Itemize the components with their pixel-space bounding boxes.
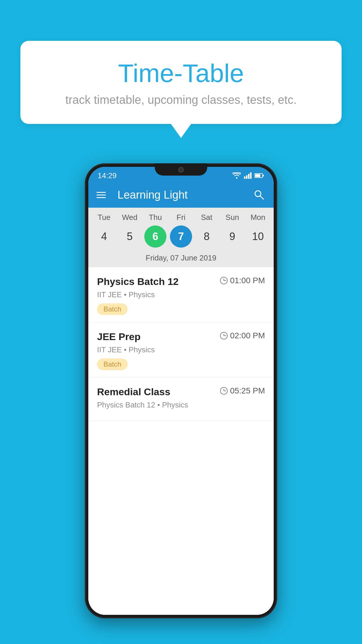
- search-button[interactable]: [253, 188, 266, 201]
- day-label-sat: Sat: [196, 213, 218, 222]
- day-label-wed: Wed: [119, 213, 141, 222]
- wifi-icon: [232, 172, 241, 179]
- selected-date-label: Friday, 07 June 2019: [88, 251, 274, 267]
- clock-icon-2: [220, 332, 228, 340]
- day-numbers: 4 5 6 7 8 9 10: [88, 222, 274, 251]
- svg-rect-3: [248, 174, 249, 179]
- hamburger-line-1: [96, 192, 106, 193]
- day-label-fri: Fri: [170, 213, 192, 222]
- schedule-time-label-2: 02:00 PM: [230, 331, 265, 340]
- schedule-time-2: 02:00 PM: [220, 331, 265, 340]
- svg-rect-2: [246, 175, 247, 179]
- phone-camera: [178, 167, 184, 173]
- day-9[interactable]: 9: [221, 225, 243, 248]
- bubble-title: Time-Table: [44, 58, 318, 88]
- schedule-item-3-header: Remedial Class 05:25 PM: [97, 386, 265, 398]
- svg-line-9: [260, 196, 263, 199]
- schedule-time-label-3: 05:25 PM: [230, 386, 265, 396]
- volume-down-button: [85, 283, 85, 312]
- schedule-list: Physics Batch 12 01:00 PM IIT JEE • Phys…: [88, 267, 274, 615]
- bubble-arrow: [171, 123, 191, 138]
- schedule-time-3: 05:25 PM: [220, 386, 265, 396]
- day-label-tue: Tue: [93, 213, 115, 222]
- clock-icon-3: [220, 387, 228, 395]
- schedule-subtitle-1: IIT JEE • Physics: [97, 290, 265, 299]
- hamburger-line-2: [96, 195, 106, 195]
- status-icons: [232, 172, 264, 179]
- day-8[interactable]: 8: [196, 225, 218, 248]
- battery-icon: [254, 173, 264, 178]
- day-headers: Tue Wed Thu Fri Sat Sun Mon: [88, 213, 274, 222]
- signal-icon: [244, 172, 252, 179]
- schedule-title-2: JEE Prep: [97, 331, 140, 342]
- phone-frame: 14:29: [85, 163, 277, 618]
- schedule-title-3: Remedial Class: [97, 386, 170, 398]
- day-10[interactable]: 10: [247, 225, 269, 248]
- phone-container: 14:29: [85, 163, 277, 618]
- hamburger-menu-button[interactable]: [96, 192, 106, 198]
- svg-rect-1: [244, 176, 245, 179]
- status-time: 14:29: [98, 171, 117, 180]
- power-button: [277, 245, 277, 274]
- app-bar: Learning Light: [88, 182, 274, 208]
- svg-rect-6: [255, 174, 260, 177]
- schedule-subtitle-3: Physics Batch 12 • Physics: [97, 400, 265, 410]
- hamburger-line-3: [96, 197, 106, 198]
- speech-bubble-card: Time-Table track timetable, upcoming cla…: [20, 41, 342, 124]
- schedule-subtitle-2: IIT JEE • Physics: [97, 345, 265, 354]
- clock-icon-1: [220, 277, 228, 284]
- schedule-item-1-header: Physics Batch 12 01:00 PM: [97, 276, 265, 287]
- svg-point-0: [236, 177, 238, 179]
- svg-rect-4: [250, 172, 252, 179]
- schedule-item-2-header: JEE Prep 02:00 PM: [97, 331, 265, 342]
- day-4[interactable]: 4: [93, 225, 115, 248]
- phone-screen: 14:29: [88, 167, 274, 615]
- speech-bubble-section: Time-Table track timetable, upcoming cla…: [20, 41, 342, 138]
- app-title: Learning Light: [117, 189, 246, 201]
- svg-rect-7: [263, 175, 264, 176]
- bubble-subtitle: track timetable, upcoming classes, tests…: [44, 93, 318, 106]
- schedule-time-1: 01:00 PM: [220, 276, 265, 285]
- schedule-item-2[interactable]: JEE Prep 02:00 PM IIT JEE • Physics Batc…: [88, 322, 274, 377]
- search-icon: [253, 189, 265, 201]
- calendar-strip: Tue Wed Thu Fri Sat Sun Mon 4 5 6 7 8: [88, 208, 274, 267]
- mute-button: [85, 222, 85, 239]
- batch-badge-2: Batch: [97, 358, 128, 370]
- schedule-item-3[interactable]: Remedial Class 05:25 PM Physics Batch 12…: [88, 377, 274, 421]
- schedule-time-label-1: 01:00 PM: [230, 276, 265, 285]
- day-label-thu: Thu: [144, 213, 166, 222]
- day-6-today[interactable]: 6: [144, 225, 166, 248]
- day-7-selected[interactable]: 7: [170, 225, 192, 248]
- screen-content: Tue Wed Thu Fri Sat Sun Mon 4 5 6 7 8: [88, 208, 274, 615]
- schedule-title-1: Physics Batch 12: [97, 276, 179, 287]
- day-label-mon: Mon: [247, 213, 269, 222]
- phone-notch: [155, 163, 207, 176]
- volume-up-button: [85, 248, 85, 277]
- batch-badge-1: Batch: [97, 303, 128, 315]
- day-5[interactable]: 5: [119, 225, 141, 248]
- schedule-item-1[interactable]: Physics Batch 12 01:00 PM IIT JEE • Phys…: [88, 267, 274, 322]
- day-label-sun: Sun: [221, 213, 243, 222]
